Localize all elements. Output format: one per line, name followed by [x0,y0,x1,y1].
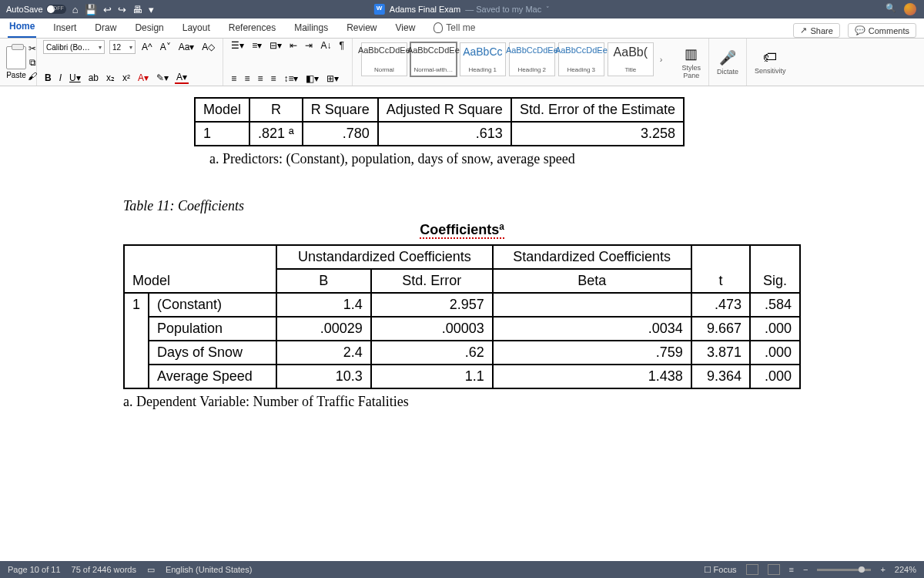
increase-indent-icon[interactable]: ⇥ [303,40,314,51]
model-summary-footnote: a. Predictors: (Constant), population, d… [209,151,801,167]
style-heading1[interactable]: AaBbCcHeading 1 [460,42,506,76]
show-marks-icon[interactable]: ¶ [337,40,345,51]
table-cell: .000 [750,365,800,388]
borders-icon[interactable]: ⊞▾ [325,73,340,84]
style-heading2[interactable]: AaBbCcDdEeHeading 2 [509,42,555,76]
format-painter-icon[interactable]: 🖌 [28,71,37,82]
page-indicator[interactable]: Page 10 of 11 [8,565,61,574]
styles-pane-icon: ▥ [685,45,698,62]
align-right-icon[interactable]: ≡ [256,73,264,84]
copy-icon[interactable]: ⧉ [28,57,37,68]
table-cell: 1 [195,122,249,146]
save-icon[interactable]: 💾 [85,4,97,15]
bullets-icon[interactable]: ☰▾ [229,40,246,51]
align-center-icon[interactable]: ≡ [243,73,251,84]
table-header: Std. Error of the Estimate [511,98,684,122]
web-layout-view-icon[interactable] [768,564,780,575]
zoom-level[interactable]: 224% [895,565,916,574]
tab-design[interactable]: Design [133,19,165,38]
tab-references[interactable]: References [227,19,277,38]
font-name-select[interactable]: Calibri (Bo… [43,40,105,54]
font-color-button[interactable]: A▾ [175,72,189,84]
subscript-button[interactable]: x₂ [105,72,116,83]
comments-button[interactable]: 💬 Comments [848,23,916,38]
style-normal[interactable]: AaBbCcDdEeNormal [361,42,407,76]
table-row: Days of Snow 2.4 .62 .759 3.871 .000 [124,341,800,365]
document-title[interactable]: Adams Final Exam [390,5,460,14]
language-indicator[interactable]: English (United States) [166,565,253,574]
focus-mode-button[interactable]: ☐ Focus [704,565,737,575]
style-title[interactable]: AaBb(Title [608,42,654,76]
home-icon[interactable]: ⌂ [72,4,79,15]
undo-icon[interactable]: ↩ [103,4,112,15]
zoom-in-button[interactable]: + [880,565,885,574]
print-icon[interactable]: 🖶 [132,4,142,15]
redo-icon[interactable]: ↪ [118,4,126,15]
zoom-slider[interactable] [817,569,871,571]
table-cell: 9.667 [691,317,750,341]
autosave-toggle[interactable]: AutoSave [6,5,66,14]
tab-layout[interactable]: Layout [181,19,212,38]
tab-insert[interactable]: Insert [52,19,78,38]
paste-label[interactable]: Paste [6,71,26,79]
text-highlight-icon[interactable]: A▾ [136,72,150,83]
justify-icon[interactable]: ≡ [269,73,277,84]
sensitivity-button[interactable]: 🏷 Sensitivity [747,39,794,86]
strike-button[interactable]: ab [87,72,100,83]
spellcheck-icon[interactable]: ▭ [147,565,155,575]
styles-pane-button[interactable]: ▥ Styles Pane [675,39,710,86]
overflow-icon[interactable]: ▾ [149,4,154,15]
grow-font-icon[interactable]: A^ [140,42,154,52]
clear-format-icon[interactable]: A◇ [200,42,216,52]
table-cell: .780 [303,122,378,146]
line-spacing-icon[interactable]: ↕≡▾ [282,73,300,84]
tell-me-search[interactable]: Tell me [432,19,477,38]
table-cell: (Constant) [149,293,276,317]
table-cell: 1.438 [493,365,691,388]
table-cell: .00029 [276,317,371,341]
tab-draw[interactable]: Draw [93,19,118,38]
print-layout-view-icon[interactable] [746,564,758,575]
bold-button[interactable]: B [43,72,53,83]
styles-scroll-up-icon[interactable]: › [660,55,663,64]
tab-view[interactable]: View [394,19,417,38]
superscript-button[interactable]: x² [121,72,132,83]
decrease-indent-icon[interactable]: ⇤ [288,40,299,51]
multilevel-icon[interactable]: ⊟▾ [268,40,283,51]
tab-review[interactable]: Review [345,19,378,38]
underline-button[interactable]: U▾ [68,72,82,83]
italic-button[interactable]: I [58,72,63,83]
cut-icon[interactable]: ✂ [28,43,37,54]
shrink-font-icon[interactable]: A˅ [159,42,172,52]
table-header: Model [195,98,249,122]
zoom-out-button[interactable]: − [803,565,808,574]
table-header: Standardized Coefficients [493,245,691,269]
document-canvas[interactable]: Model R R Square Adjusted R Square Std. … [0,86,924,561]
align-left-icon[interactable]: ≡ [229,73,238,84]
shading-icon[interactable]: ◧▾ [304,73,320,84]
numbering-icon[interactable]: ≡▾ [250,40,263,51]
search-icon[interactable]: 🔍 [886,3,896,15]
dictate-button[interactable]: 🎤 Dictate [709,39,747,86]
table-cell: Days of Snow [149,341,276,365]
tab-home[interactable]: Home [8,18,36,38]
user-avatar[interactable] [904,3,916,15]
outline-view-icon[interactable]: ≡ [789,565,794,574]
share-button[interactable]: ↗ Share [793,23,839,38]
font-color-icon[interactable]: ✎▾ [155,72,170,83]
save-status[interactable]: — Saved to my Mac [465,5,541,14]
comments-label: Comments [869,26,909,35]
paste-icon[interactable] [6,46,26,69]
tab-mailings[interactable]: Mailings [293,19,330,38]
style-heading3[interactable]: AaBbCcDdEeHeading 3 [558,42,604,76]
chevron-down-icon[interactable]: ˅ [546,5,550,13]
font-size-select[interactable]: 12 [109,40,136,54]
change-case-icon[interactable]: Aa▾ [177,42,196,52]
font-group: Calibri (Bo… 12 A^ A˅ Aa▾ A◇ B I U▾ ab x… [37,39,223,86]
model-summary-table: Model R R Square Adjusted R Square Std. … [194,97,685,146]
autosave-switch[interactable] [46,5,66,14]
table-cell: .584 [750,293,800,317]
style-normal-with[interactable]: AaBbCcDdEeNormal-with… [410,42,457,76]
sort-icon[interactable]: A↓ [319,40,333,51]
word-count[interactable]: 75 of 2446 words [72,565,136,574]
